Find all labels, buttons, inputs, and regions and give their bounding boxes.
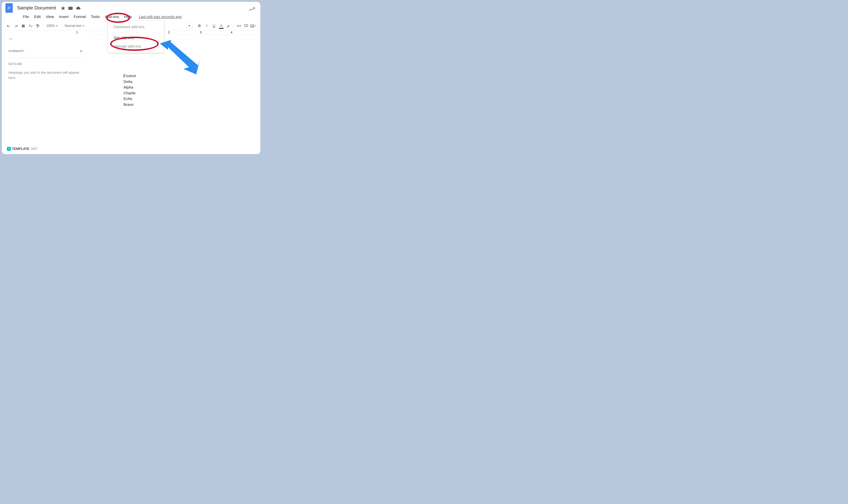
summary-label: SUMMARY: [8, 50, 24, 53]
print-icon[interactable]: [20, 23, 27, 29]
ruler-tick: 1: [76, 31, 78, 34]
menu-help[interactable]: Help: [122, 14, 135, 20]
zoom-dropdown[interactable]: 100%▼: [45, 24, 59, 28]
undo-icon[interactable]: [5, 23, 12, 29]
dropdown-item-manage-addons[interactable]: Manage add-ons: [108, 42, 164, 51]
toolbar-separator: [233, 24, 234, 28]
italic-button[interactable]: I: [204, 23, 210, 29]
star-icon[interactable]: [61, 6, 65, 11]
svg-rect-2: [7, 9, 10, 9]
ruler-tick: 4: [231, 31, 232, 34]
spellcheck-icon[interactable]: A: [27, 23, 34, 29]
dropdown-separator: [108, 32, 164, 33]
watermark: T TEMPLATE.NET: [7, 147, 38, 151]
svg-rect-9: [36, 24, 38, 25]
svg-text:A: A: [29, 24, 31, 27]
svg-rect-1: [7, 8, 11, 8]
last-edit-link[interactable]: Last edit was seconds ago: [139, 15, 182, 19]
move-icon[interactable]: [68, 6, 73, 11]
dropdown-item-get-addons[interactable]: Get add-ons: [108, 34, 164, 42]
add-comment-button[interactable]: [243, 23, 249, 29]
dropdown-item-document-addons[interactable]: Document add-ons: [108, 23, 164, 31]
text-color-button[interactable]: A: [218, 23, 225, 29]
divider: [8, 58, 83, 58]
cloud-status-icon[interactable]: [76, 6, 81, 11]
paint-format-icon[interactable]: [35, 23, 41, 29]
document-title[interactable]: Sample Document: [17, 5, 56, 11]
activity-icon[interactable]: [249, 7, 255, 12]
menu-format[interactable]: Format: [71, 14, 88, 20]
back-arrow-icon[interactable]: ←: [8, 36, 14, 42]
outline-hint: Headings you add to the document will ap…: [8, 70, 83, 80]
insert-image-button[interactable]: ▼: [250, 23, 257, 29]
menu-view[interactable]: View: [43, 14, 56, 20]
font-size-increase-button[interactable]: +: [186, 23, 193, 29]
document-line: Alpha: [123, 84, 249, 90]
menu-file[interactable]: File: [20, 14, 32, 20]
styles-dropdown[interactable]: Normal text▼: [63, 24, 86, 28]
ruler-tick: 3: [200, 31, 202, 34]
document-line: Echo: [123, 96, 249, 102]
docs-logo-icon[interactable]: [5, 3, 13, 13]
toolbar-separator: [61, 24, 62, 28]
highlight-button[interactable]: [225, 23, 232, 29]
redo-icon[interactable]: [13, 23, 19, 29]
watermark-suffix: .NET: [31, 147, 38, 151]
svg-rect-7: [22, 26, 24, 28]
add-summary-button[interactable]: +: [80, 48, 83, 54]
document-page[interactable]: Foxtrot Delta Alpha Charlie Echo Bravo: [113, 67, 260, 154]
bold-button[interactable]: B: [196, 23, 203, 29]
insert-link-button[interactable]: [236, 23, 242, 29]
document-line: Delta: [123, 79, 249, 85]
menu-insert[interactable]: Insert: [56, 14, 71, 20]
menu-tools[interactable]: Tools: [88, 14, 102, 20]
ruler-tick: 2: [168, 31, 170, 34]
menu-edit[interactable]: Edit: [32, 14, 43, 20]
underline-button[interactable]: U: [211, 23, 217, 29]
watermark-logo-icon: T: [7, 147, 11, 151]
outline-label: OUTLINE: [8, 62, 83, 66]
menu-addons[interactable]: Add-ons: [102, 14, 122, 20]
toolbar-separator: [43, 24, 43, 28]
svg-marker-3: [62, 6, 65, 10]
document-line: Foxtrot: [123, 73, 249, 79]
watermark-brand: TEMPLATE: [12, 147, 30, 151]
addons-dropdown: Document add-ons Get add-ons Manage add-…: [108, 20, 164, 53]
caret-down-icon: ▼: [56, 25, 58, 27]
caret-down-icon: ▼: [83, 25, 85, 27]
svg-rect-6: [22, 24, 24, 25]
svg-rect-0: [7, 7, 11, 7]
document-line: Bravo: [123, 102, 249, 107]
document-line: Charlie: [123, 90, 249, 96]
